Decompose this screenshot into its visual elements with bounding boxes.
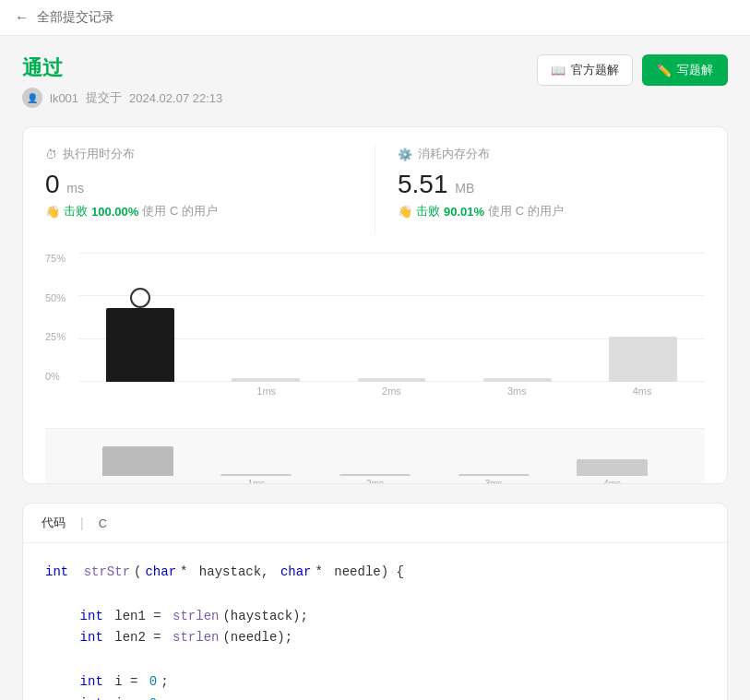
chart-container: 0% 25% 50% 75%	[45, 243, 705, 428]
status-label: 通过	[22, 54, 222, 82]
y-axis: 0% 25% 50% 75%	[45, 253, 65, 382]
overview-group-4: 4ms	[553, 439, 672, 476]
hand-icon-2: 👋	[398, 205, 412, 219]
overview-group-3: 3ms	[435, 439, 554, 476]
bar-group-4	[581, 253, 705, 382]
time-beat: 👋 击败 100.00% 使用 C 的用户	[45, 203, 352, 219]
page-wrapper: ← 全部提交记录 通过 👤 lk001 提交于 2024.02.07 22:13…	[0, 0, 750, 700]
time-stat-section: ⏱ 执行用时分布 0 ms 👋 击败 100.00% 使用 C 的用户	[45, 146, 375, 234]
overview-group-0	[78, 439, 197, 476]
x-label-3ms: 3ms	[454, 386, 579, 397]
user-info: 👤 lk001 提交于 2024.02.07 22:13	[22, 88, 222, 108]
stats-row: ⏱ 执行用时分布 0 ms 👋 击败 100.00% 使用 C 的用户	[45, 146, 705, 234]
bar-4	[609, 337, 677, 382]
top-nav: ← 全部提交记录	[0, 0, 750, 36]
overview-bar-0	[102, 446, 173, 476]
code-line-6: int i = 0 ;	[45, 671, 705, 694]
bar-group-1	[204, 253, 327, 382]
x-label-0ms	[78, 386, 204, 397]
code-tab[interactable]: 代码	[42, 515, 65, 531]
x-axis: 1ms 2ms 3ms 4ms	[78, 386, 705, 397]
mem-beat: 👋 击败 90.01% 使用 C 的用户	[398, 203, 705, 219]
overview-label-1ms: 1ms	[247, 479, 265, 484]
bar-group-0	[78, 253, 202, 382]
submitted-text: 提交于	[86, 89, 122, 106]
x-label-2ms: 2ms	[329, 386, 455, 397]
action-buttons: 📖 官方题解 ✏️ 写题解	[537, 54, 728, 86]
overview-label-4ms: 4ms	[603, 479, 621, 484]
code-line-5	[45, 649, 705, 671]
bar-3	[483, 378, 552, 382]
avatar: 👤	[22, 88, 42, 108]
write-solution-button[interactable]: ✏️ 写题解	[642, 54, 728, 86]
username: lk001	[50, 91, 78, 105]
overview-label-2ms: 2ms	[366, 479, 384, 484]
time-stat-title: ⏱ 执行用时分布	[45, 146, 352, 162]
code-divider: |	[80, 516, 84, 530]
code-line-4: int len2 = strlen (needle);	[45, 627, 705, 649]
official-solution-button[interactable]: 📖 官方题解	[537, 54, 633, 86]
submission-header: 通过 👤 lk001 提交于 2024.02.07 22:13 📖 官方题解 ✏…	[22, 54, 728, 108]
overview-bar-4	[577, 459, 648, 476]
back-button[interactable]: ←	[15, 9, 30, 26]
x-label-1ms: 1ms	[204, 386, 329, 397]
clock-icon: ⏱	[45, 148, 57, 161]
overview-bar-1	[220, 474, 292, 476]
mem-stat-value: 5.51 MB	[398, 170, 705, 199]
mem-stat-section: ⚙️ 消耗内存分布 5.51 MB 👋 击败 90.01% 使用 C 的用户	[375, 146, 705, 234]
x-label-4ms: 4ms	[579, 386, 705, 397]
status-section: 通过 👤 lk001 提交于 2024.02.07 22:13	[22, 54, 222, 108]
kw-int-1: int	[45, 562, 68, 584]
nav-title: 全部提交记录	[37, 9, 114, 26]
code-line-2	[45, 584, 705, 606]
edit-icon: ✏️	[657, 64, 672, 77]
mem-stat-title: ⚙️ 消耗内存分布	[398, 146, 705, 162]
overview-label-3ms: 3ms	[485, 479, 503, 484]
hand-icon: 👋	[45, 205, 60, 219]
bar-group-3	[456, 253, 579, 382]
memory-icon: ⚙️	[398, 148, 412, 161]
bar-group-2	[329, 253, 453, 382]
overview-group-2: 2ms	[315, 439, 435, 476]
code-section: 代码 | C int strStr ( char * haystack, cha…	[22, 503, 728, 700]
overview-bar-2	[339, 474, 411, 476]
code-line-7: int j = 0 ;	[45, 694, 705, 700]
code-line-1: int strStr ( char * haystack, char * nee…	[45, 562, 705, 584]
bar-2	[358, 378, 426, 382]
book-icon: 📖	[551, 64, 565, 77]
code-lang: C	[99, 516, 107, 530]
user-indicator	[130, 288, 150, 308]
time-stat-value: 0 ms	[45, 170, 352, 199]
code-line-3: int len1 = strlen (haystack);	[45, 606, 705, 628]
bar-0	[106, 308, 174, 382]
main-content: 通过 👤 lk001 提交于 2024.02.07 22:13 📖 官方题解 ✏…	[0, 36, 750, 700]
bar-1	[232, 378, 300, 382]
overview-bar-3	[458, 474, 530, 476]
chart-overview: 1ms 2ms 3ms 4ms	[45, 428, 705, 483]
code-body: int strStr ( char * haystack, char * nee…	[23, 543, 727, 700]
stats-card: ⏱ 执行用时分布 0 ms 👋 击败 100.00% 使用 C 的用户	[22, 126, 728, 484]
fn-strstr: strStr	[84, 562, 130, 584]
submission-date: 2024.02.07 22:13	[129, 91, 222, 105]
code-header: 代码 | C	[23, 504, 727, 543]
chart-bars	[78, 253, 705, 382]
overview-group-1: 1ms	[197, 439, 316, 476]
